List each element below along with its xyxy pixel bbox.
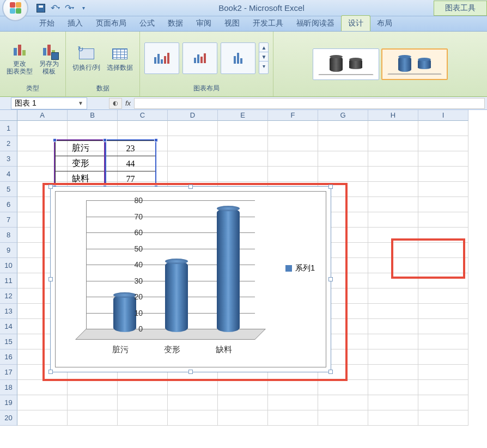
chart-layout-1[interactable] <box>144 42 179 74</box>
row-header[interactable]: 18 <box>0 380 17 395</box>
cell[interactable] <box>418 304 468 319</box>
cell[interactable] <box>418 319 468 334</box>
cell[interactable] <box>418 365 468 380</box>
chart-resize-handle[interactable] <box>328 185 333 189</box>
chevron-down-icon[interactable]: ▼ <box>78 100 83 106</box>
cell[interactable] <box>418 136 468 151</box>
col-header[interactable]: H <box>368 110 418 121</box>
cell[interactable] <box>368 151 418 167</box>
col-header[interactable]: C <box>118 110 168 121</box>
tab-page-layout[interactable]: 页面布局 <box>89 16 133 31</box>
cell[interactable] <box>418 228 468 243</box>
cell[interactable] <box>368 121 418 136</box>
cell[interactable] <box>418 380 468 395</box>
cell[interactable] <box>218 380 268 395</box>
chart-bar-3[interactable] <box>217 208 240 332</box>
fx-label[interactable]: fx <box>125 99 131 107</box>
cell[interactable] <box>318 151 368 167</box>
cell[interactable] <box>368 289 418 304</box>
cell[interactable] <box>68 380 118 395</box>
cell[interactable] <box>368 304 418 319</box>
cell[interactable] <box>368 349 418 365</box>
chart-bar-1[interactable] <box>113 295 136 332</box>
tab-insert[interactable]: 插入 <box>61 16 89 31</box>
col-header[interactable]: G <box>318 110 368 121</box>
cell[interactable] <box>318 395 368 410</box>
chart-resize-handle[interactable] <box>328 277 333 281</box>
cell[interactable] <box>368 365 418 380</box>
chart-resize-handle[interactable] <box>188 370 193 374</box>
layout-up-button[interactable]: ▲ <box>259 43 268 52</box>
row-header[interactable]: 3 <box>0 151 17 167</box>
chart-layout-3[interactable] <box>221 42 255 74</box>
tab-review[interactable]: 审阅 <box>190 16 218 31</box>
cell[interactable] <box>368 228 418 243</box>
cell[interactable] <box>368 258 418 273</box>
cell[interactable] <box>268 136 318 151</box>
cell-B3[interactable]: 脏污 <box>56 141 106 156</box>
cell[interactable] <box>17 121 68 136</box>
tab-developer[interactable]: 开发工具 <box>246 16 290 31</box>
cell[interactable] <box>418 258 468 273</box>
layout-down-button[interactable]: ▼ <box>259 52 268 62</box>
cell[interactable] <box>268 410 318 426</box>
cell[interactable] <box>368 167 418 182</box>
row-header[interactable]: 5 <box>0 182 17 197</box>
cell[interactable] <box>418 410 468 426</box>
row-header[interactable]: 12 <box>0 289 17 304</box>
cell[interactable] <box>418 212 468 228</box>
cell[interactable] <box>168 395 218 410</box>
cell[interactable] <box>268 151 318 167</box>
tab-layout[interactable]: 布局 <box>370 16 399 31</box>
tab-view[interactable]: 视图 <box>218 16 246 31</box>
cell[interactable] <box>318 380 368 395</box>
cell[interactable] <box>218 167 268 182</box>
cell[interactable] <box>118 410 168 426</box>
cell[interactable] <box>318 167 368 182</box>
cell[interactable] <box>218 410 268 426</box>
layout-more-button[interactable]: ▾ <box>259 62 268 71</box>
cell[interactable] <box>418 289 468 304</box>
cell[interactable] <box>218 121 268 136</box>
chart-bar-2[interactable] <box>165 261 188 332</box>
cell[interactable] <box>418 334 468 349</box>
cell[interactable] <box>368 212 418 228</box>
cell[interactable] <box>368 334 418 349</box>
cell[interactable] <box>168 380 218 395</box>
chart-resize-handle[interactable] <box>48 277 53 281</box>
cell[interactable] <box>368 273 418 289</box>
cell[interactable] <box>68 410 118 426</box>
cell-C5[interactable]: 77 <box>106 171 156 187</box>
row-header[interactable]: 9 <box>0 243 17 258</box>
cell[interactable] <box>418 349 468 365</box>
redo-button[interactable]: ↷▾ <box>63 2 75 14</box>
cell-B4[interactable]: 变形 <box>56 156 106 171</box>
col-header[interactable]: I <box>418 110 468 121</box>
row-header[interactable]: 4 <box>0 167 17 182</box>
cell[interactable] <box>318 410 368 426</box>
cell[interactable] <box>368 136 418 151</box>
row-header[interactable]: 10 <box>0 258 17 273</box>
cell[interactable] <box>318 136 368 151</box>
chart-style-2[interactable] <box>381 48 448 80</box>
col-header[interactable]: D <box>168 110 218 121</box>
chart-legend[interactable]: 系列1 <box>285 263 315 273</box>
cell[interactable] <box>168 121 218 136</box>
cell[interactable] <box>68 121 118 136</box>
cell[interactable] <box>118 380 168 395</box>
row-header[interactable]: 2 <box>0 136 17 151</box>
cell[interactable] <box>68 395 118 410</box>
cell-B5[interactable]: 缺料 <box>56 171 106 187</box>
cell[interactable] <box>168 410 218 426</box>
cell[interactable] <box>418 121 468 136</box>
tab-data[interactable]: 数据 <box>161 16 190 31</box>
cell[interactable] <box>218 136 268 151</box>
row-header[interactable]: 17 <box>0 365 17 380</box>
cell[interactable] <box>268 380 318 395</box>
cell[interactable] <box>218 151 268 167</box>
chart-resize-handle[interactable] <box>328 370 333 374</box>
row-header[interactable]: 15 <box>0 334 17 349</box>
col-header[interactable]: A <box>17 110 68 121</box>
row-header[interactable]: 1 <box>0 121 17 136</box>
cell[interactable] <box>368 182 418 197</box>
